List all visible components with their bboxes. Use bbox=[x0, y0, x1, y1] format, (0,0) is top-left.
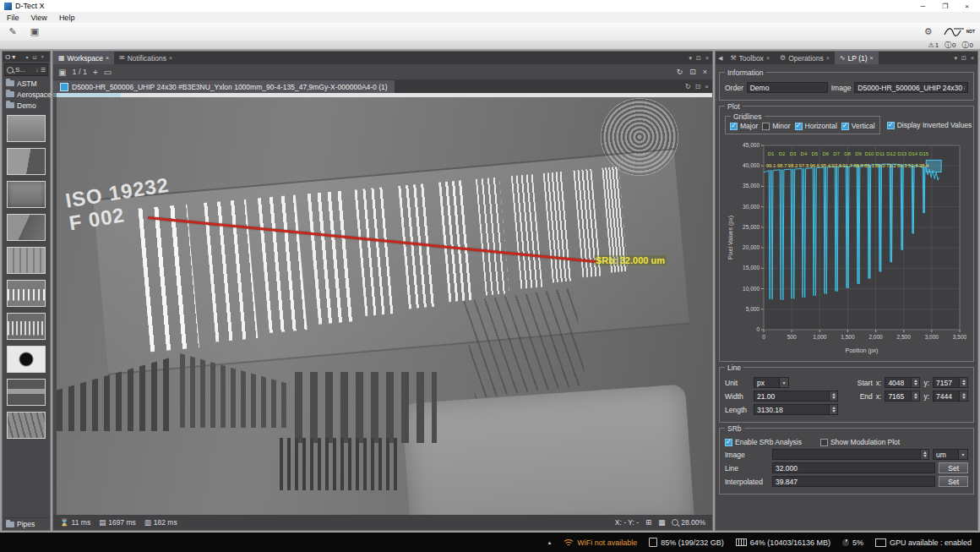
width-input[interactable] bbox=[754, 392, 829, 401]
fit-view-icon[interactable]: ⊡ bbox=[689, 68, 696, 76]
length-input[interactable] bbox=[754, 406, 829, 414]
srb-line-input[interactable] bbox=[773, 464, 934, 473]
order-input[interactable] bbox=[748, 84, 827, 92]
interpolated-input[interactable] bbox=[773, 478, 934, 486]
chevron-down-icon[interactable]: ▾ bbox=[12, 53, 15, 61]
document-tab[interactable]: D5000-HR_500006_UHIP 24x30 #B3E3NU_Yxlon… bbox=[53, 80, 395, 93]
panel-float-icon[interactable]: ⊡ bbox=[961, 55, 966, 62]
srb-image-combo[interactable] bbox=[772, 449, 929, 460]
doc-fit-icon[interactable]: ⊡ bbox=[695, 83, 701, 90]
start-y-field[interactable] bbox=[933, 377, 968, 388]
menu-file[interactable]: File bbox=[7, 14, 19, 22]
set-line-button[interactable]: Set bbox=[939, 462, 968, 473]
end-y-input[interactable] bbox=[934, 392, 959, 401]
chevron-down-icon[interactable]: ▾ bbox=[958, 450, 967, 459]
thumbnail-image[interactable] bbox=[7, 280, 46, 307]
spinner[interactable] bbox=[829, 391, 837, 401]
panel-float-icon[interactable]: ⊡ bbox=[696, 55, 701, 62]
spinner[interactable] bbox=[829, 405, 837, 414]
panel-close-icon[interactable]: × bbox=[705, 55, 709, 62]
grid-toggle-icon[interactable]: ⊞ bbox=[645, 518, 651, 527]
unit-combo[interactable]: px ▾ bbox=[754, 377, 789, 388]
zoom-indicator[interactable]: 28.00% bbox=[672, 518, 705, 527]
thumbnail-image[interactable] bbox=[7, 346, 46, 373]
doc-close-icon[interactable]: × bbox=[705, 83, 709, 90]
thumbnail-image[interactable] bbox=[7, 214, 46, 241]
width-field[interactable] bbox=[754, 391, 838, 402]
radiograph-image[interactable]: ISO 19232 F 002 SRb: 32.000 um bbox=[53, 93, 712, 515]
panel-menu-icon[interactable]: ▾ bbox=[689, 55, 693, 62]
panel-menu-icon[interactable]: ▾ bbox=[955, 55, 958, 62]
gridlines-vertical[interactable]: Vertical bbox=[841, 122, 875, 130]
refresh-icon[interactable]: ↻ bbox=[677, 68, 683, 76]
list-view-icon[interactable]: ☰ bbox=[41, 67, 46, 74]
profile-chart[interactable]: 05,00010,00015,00020,00025,00030,00035,0… bbox=[725, 139, 968, 357]
sidebar-item-astm[interactable]: ASTM bbox=[3, 78, 50, 89]
spinner[interactable] bbox=[959, 378, 967, 387]
start-x-input[interactable] bbox=[885, 379, 911, 387]
panel-close-icon[interactable]: × bbox=[41, 54, 44, 60]
thumbnail-image[interactable] bbox=[7, 313, 46, 340]
message-badge[interactable]: ⓘ 0 bbox=[962, 41, 973, 50]
tab-close-icon[interactable]: × bbox=[870, 55, 874, 61]
horizontal-checkbox[interactable] bbox=[795, 123, 803, 130]
thumbnail-image[interactable] bbox=[7, 115, 46, 142]
length-field[interactable] bbox=[754, 404, 838, 415]
select-region-icon[interactable]: ▭ bbox=[104, 68, 112, 77]
settings-gear-icon[interactable]: ⚙ bbox=[921, 25, 936, 39]
panel-float-icon[interactable]: ⊡ bbox=[32, 54, 36, 60]
zoom-in-icon[interactable]: + bbox=[93, 68, 98, 77]
spinner[interactable] bbox=[911, 378, 919, 387]
minimize-icon[interactable]: ─ bbox=[920, 3, 925, 10]
end-x-field[interactable] bbox=[885, 391, 920, 402]
tab-notifications[interactable]: ✉ Notifications × bbox=[114, 52, 177, 64]
gridlines-horizontal[interactable]: Horizontal bbox=[795, 122, 837, 130]
gridlines-major[interactable]: Major bbox=[730, 122, 758, 130]
panel-menu-icon[interactable]: ▾ bbox=[25, 54, 28, 60]
image-input[interactable] bbox=[855, 84, 967, 92]
menu-help[interactable]: Help bbox=[59, 14, 75, 22]
close-icon[interactable]: × bbox=[965, 3, 969, 10]
srb-unit-combo[interactable]: um ▾ bbox=[933, 449, 968, 460]
set-interpolated-button[interactable]: Set bbox=[939, 476, 968, 487]
chevron-up-icon[interactable]: ▴ bbox=[548, 539, 552, 546]
spinner[interactable] bbox=[920, 450, 928, 459]
image-field[interactable] bbox=[854, 82, 968, 93]
show-modulation-plot[interactable]: Show Modulation Plot bbox=[820, 438, 900, 446]
major-checkbox[interactable] bbox=[730, 123, 738, 130]
inverted-checkbox[interactable] bbox=[887, 122, 895, 129]
info-badge[interactable]: ⓘ 0 bbox=[945, 41, 956, 50]
end-y-field[interactable] bbox=[933, 391, 968, 402]
srb-line-field[interactable] bbox=[772, 462, 935, 473]
sort-icon[interactable]: ↓ bbox=[35, 67, 39, 73]
minor-checkbox[interactable] bbox=[762, 123, 770, 130]
tab-close-icon[interactable]: × bbox=[106, 55, 109, 61]
sidebar-item-aerospace[interactable]: Aerospace bbox=[3, 89, 50, 100]
start-x-field[interactable] bbox=[885, 377, 920, 388]
panel-close-icon[interactable]: × bbox=[971, 55, 974, 62]
tab-toolbox[interactable]: ⚒ Toolbox × bbox=[725, 52, 775, 64]
doc-refresh-icon[interactable]: ↻ bbox=[685, 83, 691, 90]
pixel-grid-icon[interactable]: ▦ bbox=[658, 518, 665, 527]
enable-srb-analysis[interactable]: Enable SRb Analysis bbox=[725, 438, 802, 446]
enable-srb-checkbox[interactable] bbox=[725, 439, 732, 446]
edit-report-icon[interactable]: ✎ bbox=[5, 25, 20, 39]
thumbnail-image[interactable] bbox=[7, 412, 46, 439]
chevron-down-icon[interactable]: ▾ bbox=[779, 378, 788, 387]
gridlines-minor[interactable]: Minor bbox=[762, 122, 790, 130]
spinner[interactable] bbox=[911, 391, 919, 401]
thumbnail-image[interactable] bbox=[7, 148, 46, 175]
warning-badge[interactable]: ⚠ 1 bbox=[928, 41, 939, 49]
tab-close-icon[interactable]: × bbox=[826, 55, 830, 61]
tab-operations[interactable]: ⚙ Operations × bbox=[775, 52, 835, 64]
display-inverted[interactable]: Display Inverted Values bbox=[887, 116, 972, 134]
thumbnail-image[interactable] bbox=[7, 379, 46, 406]
close-view-icon[interactable]: × bbox=[703, 68, 707, 76]
sidebar-item-demo[interactable]: Demo bbox=[3, 100, 50, 111]
end-x-input[interactable] bbox=[885, 392, 911, 401]
tab-scroll-left-icon[interactable]: ◀ bbox=[716, 55, 725, 62]
order-field[interactable] bbox=[747, 82, 828, 93]
vertical-checkbox[interactable] bbox=[841, 123, 849, 130]
thumbnail-image[interactable] bbox=[7, 181, 46, 208]
start-y-input[interactable] bbox=[934, 379, 959, 387]
